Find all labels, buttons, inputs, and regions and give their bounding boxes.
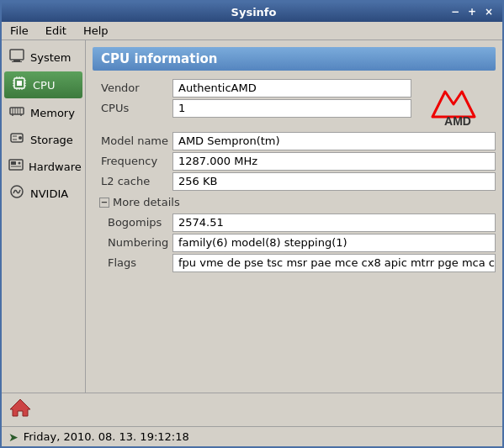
vendor-value: AuthenticAMD — [172, 79, 411, 98]
sidebar: System CPU Memory Storage — [2, 40, 86, 393]
home-icon[interactable] — [8, 396, 32, 424]
flags-row: Flags fpu vme de pse tsc msr pae mce cx8… — [93, 254, 496, 272]
svg-rect-0 — [10, 50, 24, 60]
svg-rect-17 — [10, 108, 24, 114]
details-section: Bogomips 2574.51 Numbering family(6) mod… — [93, 213, 496, 272]
close-button[interactable]: × — [482, 6, 496, 18]
amd-logo-container: AMD — [420, 83, 496, 125]
content-area-wrapper: System CPU Memory Storage — [2, 40, 502, 393]
svg-point-30 — [19, 162, 21, 165]
collapse-icon: − — [99, 198, 109, 208]
memory-icon — [8, 103, 25, 122]
window-controls: − + × — [448, 6, 496, 18]
statusbar-datetime: Friday, 2010. 08. 13. 19:12:18 — [24, 430, 189, 443]
sidebar-item-cpu[interactable]: CPU — [4, 71, 82, 98]
svg-rect-28 — [9, 160, 23, 170]
cpus-row: CPUs 1 — [93, 99, 411, 118]
sidebar-item-storage[interactable]: Storage — [2, 126, 85, 153]
sidebar-item-nvidia[interactable]: NVIDIA — [2, 180, 85, 207]
frequency-label: Frequency — [93, 152, 172, 170]
svg-marker-33 — [432, 92, 475, 117]
statusbar: ➤ Friday, 2010. 08. 13. 19:12:18 — [2, 426, 502, 446]
sidebar-item-system[interactable]: System — [2, 44, 85, 71]
svg-rect-1 — [13, 60, 20, 61]
cpu-icon — [11, 76, 28, 94]
svg-rect-4 — [17, 81, 22, 86]
bogomips-row: Bogomips 2574.51 — [93, 213, 496, 232]
sidebar-item-nvidia-label: NVIDIA — [30, 187, 68, 200]
sidebar-item-memory-label: Memory — [30, 107, 75, 119]
model-label: Model name — [93, 132, 172, 150]
minimize-button[interactable]: − — [448, 6, 462, 18]
numbering-row: Numbering family(6) model(8) stepping(1) — [93, 234, 496, 252]
vendor-label: Vendor — [93, 79, 172, 97]
titlebar: Sysinfo − + × — [2, 2, 502, 22]
flags-value: fpu vme de pse tsc msr pae mce cx8 apic … — [172, 254, 496, 272]
statusbar-arrow-icon: ➤ — [8, 430, 19, 444]
sidebar-item-hardware[interactable]: Hardware — [2, 153, 85, 180]
l2cache-label: L2 cache — [93, 172, 172, 190]
section-header: CPU information — [93, 47, 496, 71]
model-value: AMD Sempron(tm) — [172, 132, 496, 150]
bogomips-label: Bogomips — [93, 213, 172, 231]
menu-edit[interactable]: Edit — [40, 24, 72, 38]
storage-icon — [8, 130, 25, 149]
more-details-toggle[interactable]: − More details — [93, 192, 496, 212]
frequency-value: 1287.000 MHz — [172, 152, 496, 171]
nvidia-icon — [8, 184, 25, 203]
svg-text:AMD: AMD — [444, 114, 471, 125]
svg-point-25 — [19, 136, 22, 140]
menu-file[interactable]: File — [5, 24, 34, 38]
cpus-value: 1 — [172, 99, 411, 118]
flags-label: Flags — [93, 254, 172, 271]
maximize-button[interactable]: + — [465, 6, 479, 18]
menu-help[interactable]: Help — [78, 24, 114, 38]
cpus-label: CPUs — [93, 99, 172, 117]
svg-marker-35 — [10, 399, 30, 416]
sidebar-item-hardware-label: Hardware — [29, 161, 82, 173]
system-icon — [8, 48, 25, 66]
model-row: Model name AMD Sempron(tm) — [93, 132, 496, 150]
sidebar-item-cpu-label: CPU — [33, 79, 55, 92]
l2cache-row: L2 cache 256 KB — [93, 172, 496, 191]
bottom-bar — [2, 393, 502, 426]
amd-logo-svg: AMD — [424, 83, 491, 125]
more-details-label: More details — [113, 196, 180, 208]
bogomips-value: 2574.51 — [172, 213, 496, 232]
window-title: Sysinfo — [59, 6, 448, 18]
main-content: CPU information Vendor AuthenticAMD CPUs… — [86, 40, 502, 393]
hardware-icon — [8, 157, 24, 176]
l2cache-value: 256 KB — [172, 172, 496, 191]
svg-rect-29 — [11, 161, 16, 165]
sidebar-item-storage-label: Storage — [30, 134, 73, 146]
sidebar-item-memory[interactable]: Memory — [2, 99, 85, 126]
numbering-value: family(6) model(8) stepping(1) — [172, 234, 496, 252]
main-window: Sysinfo − + × File Edit Help System — [0, 0, 504, 448]
vendor-row: Vendor AuthenticAMD — [93, 79, 411, 98]
svg-rect-2 — [12, 61, 22, 62]
frequency-row: Frequency 1287.000 MHz — [93, 152, 496, 171]
menubar: File Edit Help — [2, 22, 502, 40]
numbering-label: Numbering — [93, 234, 172, 251]
sidebar-item-system-label: System — [30, 51, 71, 64]
